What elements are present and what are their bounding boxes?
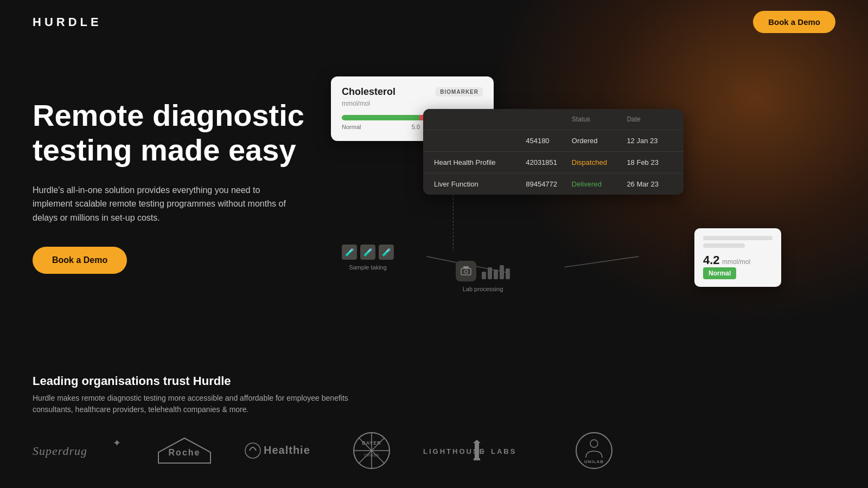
svg-rect-27 [474,458,480,460]
row3-name: Liver Function [434,180,526,188]
trust-description: Hurdle makes remote diagnostic testing m… [33,393,358,415]
table-row: Liver Function 89454772 Delivered 26 Mar… [423,174,684,195]
row1-id: 454180 [526,137,572,145]
row2-status: Dispatched [572,158,627,166]
test-table-card: Status Date 454180 Ordered 12 Jan 23 Hea… [423,109,684,195]
lab-processing-area: Lab processing [456,261,510,292]
bar4 [500,265,504,279]
row2-name: Heart Health Profile [434,158,526,166]
biomarker-badge: BIOMARKER [436,87,483,97]
hero-title: Remote diagnostic testing made easy [33,98,315,168]
result-placeholder [703,236,773,248]
row3-id: 89454772 [526,180,572,188]
bar2 [488,267,492,279]
svg-rect-10 [463,266,469,268]
superdrug-svg: Superdrug ✦ [33,439,125,463]
row1-date: 12 Jan 23 [627,137,673,145]
placeholder-line [703,236,773,240]
lab-bars [482,263,510,279]
svg-point-32 [590,440,598,447]
row1-status: Ordered [572,137,627,145]
table-header: Status Date [423,109,684,130]
hero-description: Hurdle's all-in-one solution provides ev… [33,183,293,225]
placeholder-line-short [703,243,745,248]
sample-label: Sample taking [349,264,387,271]
svg-text:LABS: LABS [491,447,516,455]
trust-section: Leading organisations trust Hurdle Hurdl… [0,363,868,488]
superdrug-logo: Superdrug ✦ [33,439,125,465]
svg-text:Roche: Roche [169,448,201,457]
hero-right: Cholesterol BIOMARKER mmol/mol Normal 5.… [315,76,835,304]
svg-text:Healthie: Healthie [264,444,310,456]
result-unit: mmol/mol [722,258,750,266]
result-value: 4.2 [703,253,720,267]
svg-text:Superdrug: Superdrug [33,444,87,458]
bar3 [494,269,498,279]
svg-marker-26 [473,440,481,443]
lab-device-icon [456,261,476,281]
table-row: Heart Health Profile 42031851 Dispatched… [423,152,684,174]
svg-text:BAYER: BAYER [362,440,381,446]
bayer-svg: BAYER CROSS [353,432,391,470]
hero-left: Remote diagnostic testing made easy Hurd… [33,76,315,274]
svg-text:LIGHTHOUSE: LIGHTHOUSE [423,447,486,455]
sample-icons: 🧪 🧪 🧪 [342,245,394,260]
svg-text:🧪: 🧪 [363,248,373,257]
svg-text:✦: ✦ [113,439,121,448]
result-status-badge: Normal [703,267,736,279]
logo: HURDLE [33,15,102,29]
sample-icon: 🧪 [342,245,357,260]
cholesterol-title: Cholesterol [342,86,395,98]
bayer-logo: BAYER CROSS [353,432,391,472]
row3-date: 26 Mar 23 [627,180,673,188]
healthie-logo: Healthie [244,439,320,465]
col-name [434,115,526,123]
sample-taking-area: 🧪 🧪 🧪 Sample taking [342,245,394,271]
bar1 [482,272,486,279]
col-id [526,115,572,123]
bar5 [506,268,510,279]
unilab-logo: UNILAB [575,432,613,472]
col-status: Status [572,115,627,123]
table-row: 454180 Ordered 12 Jan 23 [423,130,684,152]
unilab-svg: UNILAB [575,432,613,470]
healthie-svg: Healthie [244,439,320,463]
svg-text:UNILAB: UNILAB [584,459,604,464]
trust-title: Leading organisations trust Hurdle [33,374,835,388]
hero-cta-button[interactable]: Book a Demo [33,247,127,274]
card-unit: mmol/mol [342,100,483,107]
roche-logo: Roche [157,437,212,466]
svg-text:🧪: 🧪 [345,248,355,257]
lighthouse-svg: › LIGHTHOUSE LABS [423,439,542,463]
svg-rect-9 [461,268,471,275]
hero-section: Remote diagnostic testing made easy Hurd… [0,44,868,304]
result-value-row: 4.2 mmol/mol [703,253,773,267]
svg-text:🧪: 🧪 [382,248,392,257]
gauge-normal: Normal [342,124,361,130]
row3-status: Delivered [572,180,627,188]
row2-date: 18 Feb 23 [627,158,673,166]
row2-id: 42031851 [526,158,572,166]
card-header: Cholesterol BIOMARKER [342,86,483,98]
result-card: 4.2 mmol/mol Normal [694,228,781,287]
lighthouse-labs-logo: › LIGHTHOUSE LABS [423,439,542,465]
col-date: Date [627,115,673,123]
nav-book-demo-button[interactable]: Book a Demo [753,11,835,33]
lab-label: Lab processing [463,286,503,292]
svg-point-16 [245,443,260,458]
device-icon [460,265,472,277]
roche-svg: Roche [157,437,212,464]
logos-row: Superdrug ✦ Roche Healthie [33,432,835,472]
navbar: HURDLE Book a Demo [0,0,868,44]
svg-line-1 [564,256,639,267]
svg-point-11 [464,270,468,273]
sample-icon: 🧪 [360,245,375,260]
sample-icon: 🧪 [379,245,394,260]
gauge-value: 5.0 [412,124,420,130]
svg-text:CROSS: CROSS [364,453,379,457]
